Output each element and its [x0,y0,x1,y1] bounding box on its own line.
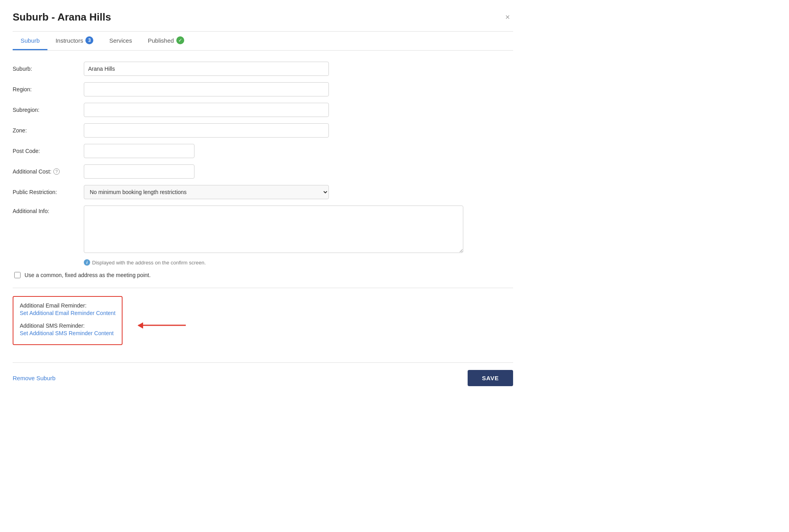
modal-header: Suburb - Arana Hills × [13,11,513,23]
additional-cost-help-icon[interactable]: ? [53,168,60,175]
zone-row: Zone: [13,123,513,138]
sms-reminder-row: Additional SMS Reminder: Set Additional … [20,323,115,336]
tab-suburb-label: Suburb [21,37,40,44]
region-label: Region: [13,86,84,92]
tab-published[interactable]: Published ✓ [140,32,192,50]
zone-label: Zone: [13,127,84,134]
zone-input[interactable] [84,123,329,138]
region-row: Region: [13,82,513,96]
save-button[interactable]: SAVE [468,370,513,386]
sms-reminder-link[interactable]: Set Additional SMS Reminder Content [20,330,113,336]
region-input[interactable] [84,82,329,96]
additional-cost-input[interactable] [84,164,194,179]
additional-cost-label: Additional Cost: ? [13,168,84,175]
email-reminder-label: Additional Email Reminder: [20,302,115,309]
hint-text: i Displayed with the address on the conf… [84,259,513,266]
additional-cost-row: Additional Cost: ? [13,164,513,179]
public-restriction-label: Public Restriction: [13,189,84,195]
public-restriction-select[interactable]: No minimum booking length restrictions M… [84,185,329,199]
postcode-row: Post Code: [13,144,513,158]
form-area: Suburb: Region: Subregion: Zone: Post Co… [13,62,513,362]
remove-suburb-link[interactable]: Remove Suburb [13,375,55,381]
reminder-section: Additional Email Reminder: Set Additiona… [13,296,123,355]
tab-services-label: Services [109,37,132,44]
tabs-container: Suburb Instructors 3 Services Published … [13,32,513,51]
section-divider [13,288,513,288]
tab-suburb[interactable]: Suburb [13,32,47,50]
tab-services[interactable]: Services [101,32,140,50]
meeting-point-label: Use a common, fixed address as the meeti… [25,272,151,278]
subregion-row: Subregion: [13,103,513,117]
postcode-label: Post Code: [13,148,84,154]
additional-info-label: Additional Info: [13,206,84,214]
info-icon: i [84,259,90,266]
subregion-input[interactable] [84,103,329,117]
published-check-icon: ✓ [176,36,184,44]
suburb-row: Suburb: [13,62,513,76]
arrow-annotation [138,325,186,326]
additional-info-row: Additional Info: [13,206,513,253]
subregion-label: Subregion: [13,107,84,113]
checkbox-row: Use a common, fixed address as the meeti… [14,272,513,278]
sms-reminder-label: Additional SMS Reminder: [20,323,115,329]
additional-info-textarea[interactable] [84,206,463,253]
modal-title: Suburb - Arana Hills [13,11,111,23]
instructors-badge: 3 [85,36,93,44]
tab-instructors-label: Instructors [55,37,83,44]
reminder-box: Additional Email Reminder: Set Additiona… [13,296,123,345]
meeting-point-checkbox[interactable] [14,272,21,278]
modal: Suburb - Arana Hills × Suburb Instructor… [0,0,526,396]
public-restriction-row: Public Restriction: No minimum booking l… [13,185,513,199]
email-reminder-row: Additional Email Reminder: Set Additiona… [20,302,115,316]
email-reminder-link[interactable]: Set Additional Email Reminder Content [20,310,115,316]
suburb-input[interactable] [84,62,329,76]
arrow-line [138,325,186,326]
postcode-input[interactable] [84,144,194,158]
tab-published-label: Published [148,37,174,44]
tab-instructors[interactable]: Instructors 3 [47,32,101,50]
modal-footer: Remove Suburb SAVE [13,362,513,396]
suburb-label: Suburb: [13,66,84,72]
close-button[interactable]: × [502,11,513,23]
